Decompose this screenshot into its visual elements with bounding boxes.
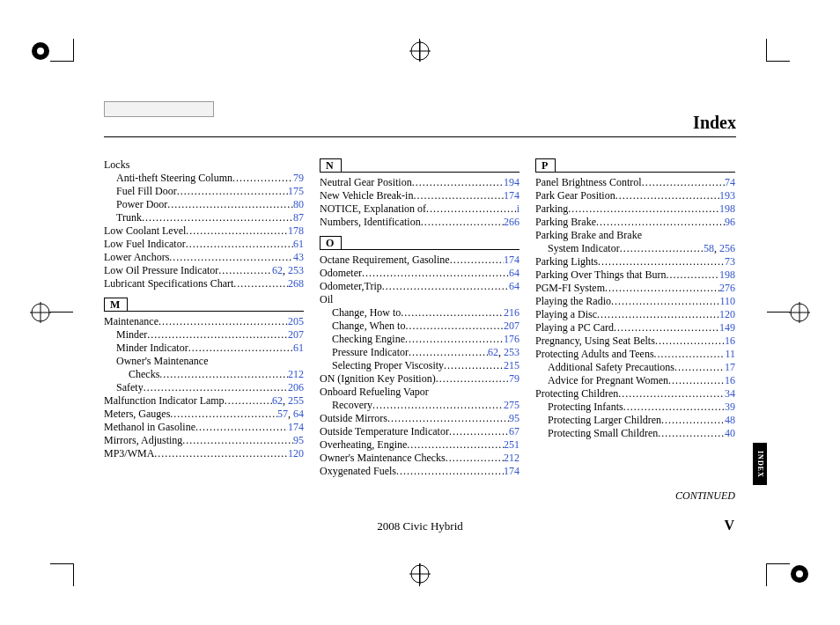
page-number-link[interactable]: 275 [504,399,519,411]
page-number-link[interactable]: 174 [504,254,519,266]
page-number-link[interactable]: 174 [504,189,519,202]
page-number-link[interactable]: 212 [504,452,519,464]
page-number-link[interactable]: 276 [719,282,735,294]
registration-mark-icon [30,40,51,62]
page-number-link[interactable]: 73 [725,255,735,268]
index-entry-label: Checks [129,368,159,381]
page-number-link[interactable]: 62 [272,394,283,407]
section-heading-n: N [320,158,519,173]
page-number-link[interactable]: i [517,202,519,215]
leader-dots [170,408,277,421]
page-number-link[interactable]: 95 [509,412,519,424]
page-number-link[interactable]: 64 [509,267,519,279]
page-number-link[interactable]: 215 [504,359,519,371]
page-number-link[interactable]: 61 [293,342,304,354]
page-number-link[interactable]: 205 [288,315,304,327]
page-number-link[interactable]: 255 [288,394,304,407]
page-number-link[interactable]: 174 [288,421,304,433]
page-number-link[interactable]: 64 [509,280,519,292]
registration-mark-icon [789,563,810,585]
index-entry-label: Neutral Gear Position [320,176,412,189]
index-column-1: LocksAnti-theft Steering Column 79Fuel F… [104,158,304,478]
index-entry: Onboard Refueling Vapor [320,386,519,399]
page-number-link[interactable]: 39 [725,401,735,413]
leader-dots [405,333,504,346]
page-number-link[interactable]: 80 [293,198,304,210]
page-number-link[interactable]: 87 [293,211,304,224]
page-number-link[interactable]: 95 [293,434,304,446]
index-entry: Checks 212 [104,368,304,381]
crop-mark [73,39,74,62]
page-number-link[interactable]: 176 [504,333,519,345]
page-number-link[interactable]: 253 [288,264,304,276]
page-number-link[interactable]: 62 [272,264,283,276]
page-number-link[interactable]: 62 [488,346,498,358]
page-number-link[interactable]: 58 [704,242,714,254]
side-tab-index: INDEX [753,443,767,485]
page-number-link[interactable]: 266 [504,216,519,228]
page-number-link[interactable]: 17 [725,361,735,373]
index-entry: Protecting Children 34 [535,387,735,401]
page-number-link[interactable]: 16 [725,374,735,386]
index-entry-label: Owner's Maintenance [116,355,208,368]
leader-dots [232,172,293,185]
page-number-link[interactable]: 64 [293,408,304,420]
page-number-link[interactable]: 34 [725,387,735,400]
page-number-link[interactable]: 206 [288,381,304,393]
page-number-link[interactable]: 11 [725,348,735,360]
leader-dots [169,251,293,264]
page-number-link[interactable]: 67 [509,425,519,438]
leader-dots [666,268,719,282]
leader-dots [421,216,504,229]
page-number-link[interactable]: 149 [719,321,735,334]
page-number-link[interactable]: 79 [293,172,304,184]
page-number-link[interactable]: 178 [288,224,304,237]
leader-dots [655,335,725,348]
index-entry: PGM-FI System 276 [535,282,735,295]
index-entry-label: Protecting Adults and Teens [535,348,654,361]
page-number-link[interactable]: 61 [293,238,304,250]
page-number-link[interactable]: 268 [288,277,304,290]
page-number-link[interactable]: 198 [719,268,735,281]
page-number-link[interactable]: 96 [725,216,735,228]
page-number-link[interactable]: 48 [725,414,735,426]
leader-dots [387,412,509,425]
leader-dots [177,185,288,198]
page-number-link[interactable]: 251 [504,438,519,451]
page-number-link[interactable]: 216 [504,306,519,319]
page-number-link[interactable]: 120 [719,308,735,320]
page-number-link[interactable]: 207 [504,320,519,332]
index-entry-pages: 64 [509,280,519,293]
page-number-link[interactable]: 198 [719,202,735,215]
index-entry-label: Malfunction Indicator Lamp [104,394,225,408]
index-entry: Change, How to 216 [320,306,519,320]
index-entry-label: Change, When to [332,320,405,333]
page-number-link[interactable]: 79 [509,372,519,385]
index-entry-label: Panel Brightness Control [535,176,642,189]
index-entry: Malfunction Indicator Lamp 62, 255 [104,394,304,408]
index-entry: Lubricant Specifications Chart 268 [104,277,304,290]
page-number-link[interactable]: 256 [719,242,735,254]
page-number-link[interactable]: 193 [719,189,735,202]
index-entry-label: Owner's Maintenance Checks [320,452,446,465]
index-entry-label: Additional Safety Precautions [548,361,674,374]
page-number-link[interactable]: 174 [504,465,519,477]
page-number-link[interactable]: 57 [277,408,288,420]
page-number-link[interactable]: 43 [293,251,304,263]
page-number-link[interactable]: 16 [725,335,735,347]
page-number-link[interactable]: 120 [288,447,304,460]
index-entry-label: Pregnancy, Using Seat Belts [535,335,655,348]
index-entry-pages: 120 [719,308,735,321]
page-number-link[interactable]: 194 [504,176,519,188]
page-number-link[interactable]: 212 [288,368,304,380]
page-number-link[interactable]: 74 [725,176,735,188]
page-number-link[interactable]: 110 [719,295,735,307]
index-entry-pages: 40 [725,427,735,440]
page-number-link[interactable]: 175 [288,185,304,197]
page-number-link[interactable]: 253 [504,346,519,358]
page-number-link[interactable]: 207 [288,328,304,341]
page-number-link[interactable]: 40 [725,427,735,439]
index-entry-pages: 62, 255 [272,394,304,408]
leader-dots [407,438,504,452]
index-entry-label: Trunk [116,211,142,224]
